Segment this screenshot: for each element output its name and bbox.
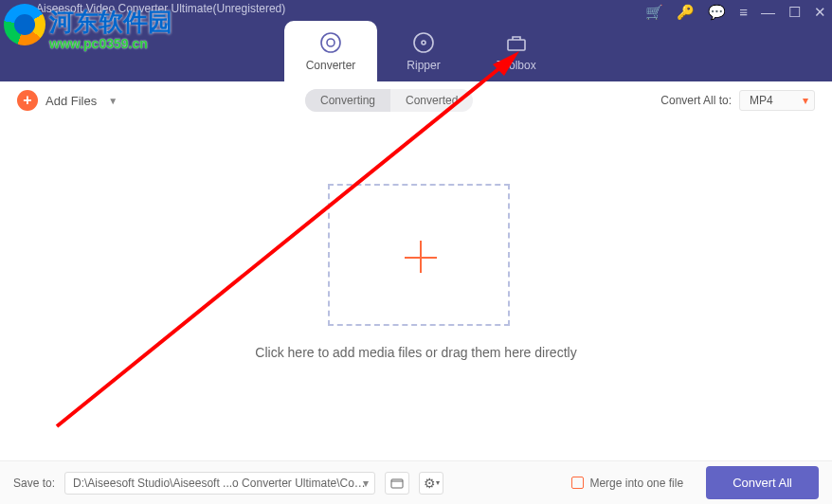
minimize-icon[interactable]: — [761,4,775,21]
save-path-select[interactable]: D:\Aiseesoft Studio\Aiseesoft ...o Conve… [64,472,375,495]
svg-point-1 [321,33,340,52]
maximize-icon[interactable]: ☐ [788,4,801,21]
convert-all-button[interactable]: Convert All [706,466,819,499]
tab-label: Ripper [407,59,440,72]
svg-rect-5 [508,40,525,50]
footer: Save to: D:\Aiseesoft Studio\Aiseesoft .… [0,460,832,504]
main-content: Click here to add media files or drag th… [0,119,832,460]
add-files-label: Add Files [45,94,97,108]
folder-icon [390,477,404,489]
add-plus-icon [403,239,435,271]
converter-icon [318,30,343,55]
ripper-icon [411,30,436,55]
save-to-label: Save to: [13,477,55,490]
dropzone[interactable] [328,184,510,326]
tab-label: Toolbox [497,59,535,72]
settings-button[interactable]: ⚙▾ [419,472,443,495]
merge-label: Merge into one file [589,477,683,490]
tab-converter[interactable]: Converter [284,21,377,81]
cart-icon[interactable]: 🛒 [645,4,663,21]
svg-point-0 [9,8,30,28]
chevron-down-icon: ▼ [108,96,118,106]
close-icon[interactable]: ✕ [814,4,826,21]
merge-checkbox[interactable]: Merge into one file [571,477,683,490]
segment-converted[interactable]: Converted [390,89,473,112]
convert-all-to-label: Convert All to: [660,94,732,107]
svg-point-3 [414,33,433,52]
header: Aiseesoft Video Converter Ultimate(Unreg… [0,0,832,81]
open-folder-button[interactable] [385,472,409,495]
tab-toolbox[interactable]: Toolbox [470,21,563,81]
segment-control: Converting Converted [305,89,473,112]
key-icon[interactable]: 🔑 [677,4,695,21]
tab-label: Converter [306,59,356,72]
add-files-button[interactable]: + Add Files ▼ [17,90,118,111]
segment-converting[interactable]: Converting [305,89,390,112]
format-select[interactable]: MP4 [739,90,815,111]
toolbox-icon [504,30,529,55]
main-tabs: Converter Ripper Toolbox [284,21,563,81]
menu-icon[interactable]: ≡ [739,4,748,21]
svg-point-4 [422,41,425,45]
feedback-icon[interactable]: 💬 [708,4,726,21]
plus-icon: + [17,90,38,111]
window-controls: 🛒 🔑 💬 ≡ — ☐ ✕ [645,4,826,21]
app-logo-icon [8,6,32,30]
svg-point-2 [327,39,335,46]
drop-hint-text: Click here to add media files or drag th… [0,345,832,360]
svg-rect-6 [391,479,403,488]
convert-all-to: Convert All to: MP4 [660,90,815,111]
app-window: Aiseesoft Video Converter Ultimate(Unreg… [0,0,832,504]
toolbar: + Add Files ▼ Converting Converted Conve… [0,81,832,119]
tab-ripper[interactable]: Ripper [377,21,470,81]
checkbox-icon [571,477,584,489]
